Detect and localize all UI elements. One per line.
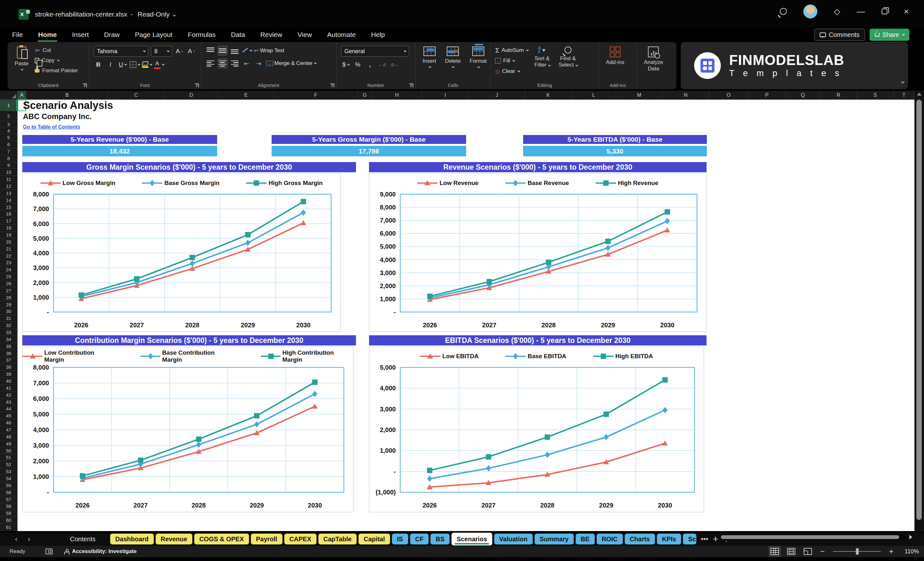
row-header-41[interactable]: 41 [0,385,17,392]
number-format-select[interactable]: General [341,46,409,57]
italic-button[interactable]: I [106,60,115,69]
column-header-L[interactable]: L [572,91,616,100]
sheet-tab-valuation[interactable]: Valuation [494,534,532,544]
font-name-select[interactable]: Tahoma [94,46,148,57]
sheet-tab-is[interactable]: IS [392,534,408,544]
align-bottom-button[interactable] [230,46,240,56]
page-break-view-button[interactable] [804,548,812,555]
row-header-7[interactable]: 7 [0,148,17,155]
row-header-11[interactable]: 11 [0,176,17,183]
borders-button[interactable] [130,60,140,69]
row-header-55[interactable]: 55 [0,482,17,489]
ribbon-tab-help[interactable]: Help [370,30,385,40]
sheet-tab-bs[interactable]: BS [430,534,450,544]
find-select-button[interactable]: Find &Select [556,46,580,81]
vertical-scrollbar-thumb[interactable] [916,100,922,520]
zoom-out-button[interactable]: − [820,547,825,556]
sheet-tab-capex[interactable]: CAPEX [284,534,316,544]
row-header-12[interactable]: 12 [0,183,17,190]
clear-button[interactable]: ◇Clear [495,67,528,76]
row-header-44[interactable]: 44 [0,406,17,412]
format-cells-button[interactable]: Format [467,46,489,81]
row-header-38[interactable]: 38 [0,364,17,370]
align-right-button[interactable] [230,58,240,68]
row-header-10[interactable]: 10 [0,169,17,176]
table-of-contents-link[interactable]: Go to Table of Contents [23,124,80,130]
column-header-T[interactable]: T [894,91,915,100]
column-header-J[interactable]: J [469,91,525,100]
ribbon-tab-data[interactable]: Data [230,30,246,40]
sheet-tab-captable[interactable]: CapTable [318,534,357,544]
zoom-level[interactable]: 110% [902,548,919,555]
more-sheets-button[interactable]: ••• [701,535,708,543]
column-header-O[interactable]: O [709,91,748,100]
paste-button[interactable]: Paste [12,46,31,81]
normal-view-button[interactable] [771,548,779,555]
row-header-39[interactable]: 39 [0,370,17,378]
underline-button[interactable]: U [118,60,128,69]
row-header-2[interactable]: 2 [0,111,17,121]
row-header-32[interactable]: 32 [0,322,17,329]
column-header-C[interactable]: C [108,91,165,100]
column-header-M[interactable]: M [616,91,663,100]
row-header-14[interactable]: 14 [0,197,17,204]
sheet-tab-dashboard[interactable]: Dashboard [110,534,153,544]
row-header-56[interactable]: 56 [0,489,17,496]
row-header-46[interactable]: 46 [0,419,17,426]
row-header-25[interactable]: 25 [0,273,17,280]
increase-indent-button[interactable]: ⇥ [254,58,264,68]
sheet-tab-cogs-opex[interactable]: COGS & OPEX [194,534,249,544]
row-header-1[interactable]: 1 [0,100,17,111]
decrease-indent-button[interactable]: ⇤ [242,58,252,68]
row-header-20[interactable]: 20 [0,238,17,246]
sheet-tab-cf[interactable]: CF [410,534,429,544]
row-header-40[interactable]: 40 [0,378,17,385]
copy-button[interactable]: Copy [35,56,78,65]
row-header-9[interactable]: 9 [0,162,17,169]
column-header-E[interactable]: E [218,91,274,100]
row-header-26[interactable]: 26 [0,280,17,287]
comments-button[interactable]: Comments [814,28,865,41]
ribbon-tab-automate[interactable]: Automate [327,30,357,40]
column-header-G[interactable]: G [358,91,372,100]
analyze-data-button[interactable]: AnalyzeData [641,46,666,81]
column-header-D[interactable]: D [165,91,218,100]
sheet-tab-summary[interactable]: Summary [535,534,574,544]
insert-cells-button[interactable]: Insert [420,46,439,81]
row-header-30[interactable]: 30 [0,308,17,315]
ribbon-tab-page-layout[interactable]: Page Layout [134,30,173,40]
row-header-13[interactable]: 13 [0,190,17,197]
sheet-tab-sc[interactable]: Sc [683,534,696,544]
row-header-48[interactable]: 48 [0,434,17,440]
merge-center-button[interactable]: ↔Merge & Center [266,58,316,68]
row-header-16[interactable]: 16 [0,210,17,218]
row-header-47[interactable]: 47 [0,426,17,434]
row-header-17[interactable]: 17 [0,218,17,225]
column-header-P[interactable]: P [748,91,786,100]
row-header-42[interactable]: 42 [0,392,17,399]
sheet-tab-kpis[interactable]: KPIs [657,534,681,544]
sheet-tab-charts[interactable]: Charts [625,534,655,544]
row-header-37[interactable]: 37 [0,357,17,364]
close-button[interactable]: × [904,8,909,16]
format-painter-button[interactable]: Format Painter [35,66,78,75]
vertical-scrollbar[interactable] [915,91,924,532]
autosum-button[interactable]: ΣAutoSum [495,46,528,55]
sheet-tab-scenarios[interactable]: Scenarios [452,532,492,545]
ribbon-tab-view[interactable]: View [297,30,312,40]
row-header-27[interactable]: 27 [0,287,17,294]
accessibility-status[interactable]: Accessibility: Investigate [64,548,136,555]
percent-format-button[interactable]: % [353,60,363,69]
sheet-tab-be[interactable]: BE [576,534,595,544]
font-dialog-launcher[interactable] [195,83,199,87]
alignment-dialog-launcher[interactable] [330,83,334,87]
font-color-button[interactable]: A [154,60,164,69]
minimize-button[interactable]: — [857,8,865,16]
horizontal-scrollbar-thumb[interactable] [721,535,899,539]
row-header-58[interactable]: 58 [0,503,17,510]
avatar[interactable] [803,4,818,18]
row-header-29[interactable]: 29 [0,301,17,308]
wrap-text-button[interactable]: ↩Wrap Text [254,46,284,56]
cut-button[interactable]: ✂Cut [35,46,78,55]
fill-color-button[interactable] [142,60,152,69]
